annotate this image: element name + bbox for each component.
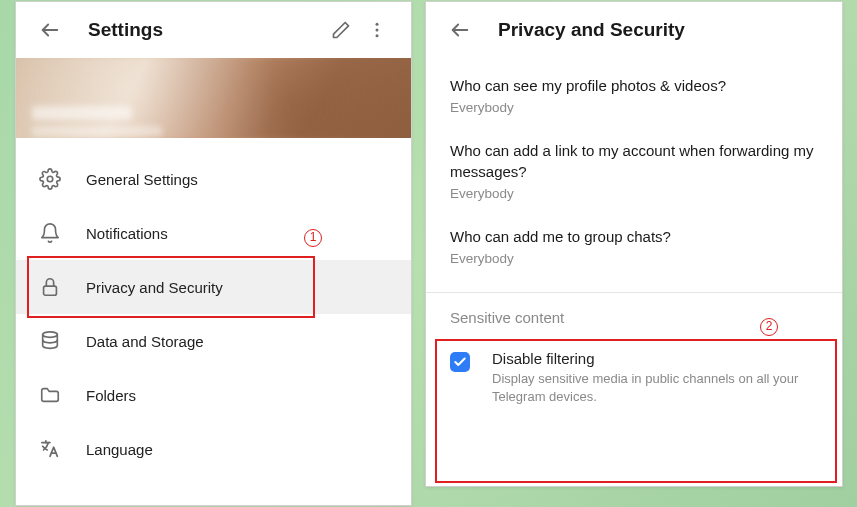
- privacy-value: Everybody: [450, 100, 818, 115]
- privacy-setting-row[interactable]: Who can add me to group chats? Everybody: [450, 227, 818, 266]
- sidebar-item-label: Privacy and Security: [86, 279, 223, 296]
- sidebar-item-notifications[interactable]: Notifications: [16, 206, 411, 260]
- sidebar-item-label: General Settings: [86, 171, 198, 188]
- profile-banner[interactable]: [16, 58, 411, 138]
- disable-filtering-desc: Display sensitive media in public channe…: [492, 370, 818, 405]
- page-title: Privacy and Security: [498, 19, 826, 41]
- svg-rect-5: [44, 286, 57, 295]
- edit-icon[interactable]: [323, 12, 359, 48]
- divider: [426, 292, 842, 293]
- settings-panel: Settings General Settings Notifications: [15, 1, 412, 506]
- gear-icon: [38, 167, 62, 191]
- privacy-value: Everybody: [450, 186, 818, 201]
- svg-point-3: [376, 34, 379, 37]
- back-icon[interactable]: [442, 12, 478, 48]
- privacy-header: Privacy and Security: [426, 2, 842, 58]
- svg-point-4: [47, 176, 53, 182]
- privacy-setting-row[interactable]: Who can add a link to my account when fo…: [450, 141, 818, 201]
- sidebar-item-data-storage[interactable]: Data and Storage: [16, 314, 411, 368]
- privacy-value: Everybody: [450, 251, 818, 266]
- disable-filtering-row[interactable]: Disable filtering Display sensitive medi…: [450, 350, 818, 405]
- language-icon: [38, 437, 62, 461]
- sidebar-item-privacy[interactable]: Privacy and Security: [16, 260, 411, 314]
- privacy-setting-row[interactable]: Who can see my profile photos & videos? …: [450, 76, 818, 115]
- folder-icon: [38, 383, 62, 407]
- database-icon: [38, 329, 62, 353]
- sidebar-item-language[interactable]: Language: [16, 422, 411, 476]
- svg-point-2: [376, 29, 379, 32]
- lock-icon: [38, 275, 62, 299]
- sidebar-item-label: Data and Storage: [86, 333, 204, 350]
- sidebar-item-general[interactable]: General Settings: [16, 152, 411, 206]
- back-icon[interactable]: [32, 12, 68, 48]
- privacy-question: Who can add me to group chats?: [450, 227, 818, 247]
- settings-header: Settings: [16, 2, 411, 58]
- privacy-question: Who can add a link to my account when fo…: [450, 141, 818, 182]
- svg-point-6: [43, 332, 58, 338]
- settings-menu: General Settings Notifications Privacy a…: [16, 138, 411, 476]
- checkbox-checked-icon[interactable]: [450, 352, 470, 372]
- svg-point-1: [376, 23, 379, 26]
- sidebar-item-folders[interactable]: Folders: [16, 368, 411, 422]
- page-title: Settings: [88, 19, 323, 41]
- privacy-panel: Privacy and Security Who can see my prof…: [425, 1, 843, 487]
- disable-filtering-title: Disable filtering: [492, 350, 818, 367]
- sidebar-item-label: Folders: [86, 387, 136, 404]
- more-icon[interactable]: [359, 12, 395, 48]
- privacy-question: Who can see my profile photos & videos?: [450, 76, 818, 96]
- section-title: Sensitive content: [450, 309, 818, 326]
- sidebar-item-label: Notifications: [86, 225, 168, 242]
- sidebar-item-label: Language: [86, 441, 153, 458]
- bell-icon: [38, 221, 62, 245]
